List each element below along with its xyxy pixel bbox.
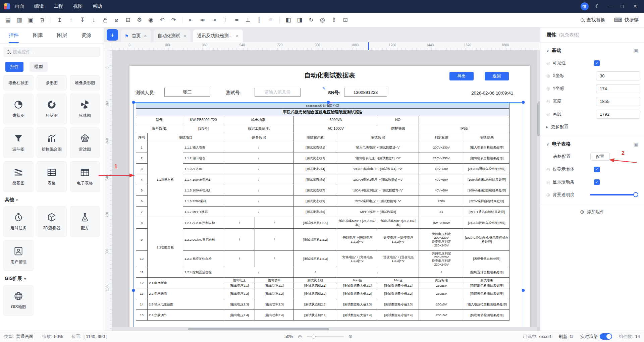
move-up-icon[interactable]: ↑ <box>66 15 75 24</box>
add-page-button[interactable]: + <box>107 29 118 41</box>
undo-icon[interactable]: ↶ <box>158 15 167 24</box>
control-item-radar[interactable]: 雷达图 <box>70 127 100 158</box>
horizontal-scrollbar[interactable] <box>112 327 537 331</box>
menu-item[interactable]: 帮助 <box>93 3 102 9</box>
left-tab-控件[interactable]: 控件 <box>9 27 19 43</box>
export-icon[interactable]: ⊡ <box>341 15 350 24</box>
screenshot-icon[interactable]: ◉ <box>146 15 155 24</box>
control-item-bar[interactable]: 条形图 <box>37 75 67 91</box>
control-item-recipe[interactable]: A配方 <box>70 206 100 237</box>
control-item-stacked-bar[interactable]: 堆叠柱状图 <box>3 75 34 91</box>
copy-section-icon[interactable]: ▣ <box>634 48 638 53</box>
control-item-cube[interactable]: 3D查看器 <box>37 206 67 237</box>
theme-toggle-icon[interactable]: ☾ <box>595 3 600 9</box>
close-tab-icon[interactable]: ✕ <box>183 34 186 38</box>
more-config-row[interactable]: ▸ 更多配置 <box>540 120 644 133</box>
vertical-scrollbar[interactable] <box>537 50 540 327</box>
align-top-icon[interactable]: ⊤ <box>221 15 230 24</box>
menu-item[interactable]: 工程 <box>54 3 63 9</box>
selection-handle[interactable] <box>327 101 330 104</box>
zoom-in-icon[interactable]: ⊕ <box>348 334 353 340</box>
control-item-gis[interactable]: GIS地图 <box>3 285 34 316</box>
menu-item[interactable]: 编辑 <box>34 3 44 9</box>
align-middle-icon[interactable]: ≍ <box>232 15 241 24</box>
binding-dot-icon[interactable]: ◎ <box>546 99 550 104</box>
control-item-rose[interactable]: 玫瑰图 <box>70 94 100 124</box>
sync-icon[interactable]: ↻ <box>307 15 316 24</box>
minimize-button[interactable]: — <box>606 4 612 9</box>
left-tab-图库[interactable]: 图库 <box>33 27 43 43</box>
control-item-barline[interactable]: 折柱混合图 <box>37 127 67 158</box>
control-item-donut[interactable]: 环状图 <box>37 94 67 124</box>
x-input[interactable] <box>596 71 640 80</box>
canvas-viewport[interactable]: 自动化测试数据表 导出 返回 测试人员: 张三 测试号: 请输入第几份 ✎ SN… <box>112 50 540 331</box>
export-button[interactable]: 导出 <box>449 72 474 80</box>
record-icon[interactable]: ◎ <box>318 15 327 24</box>
back-button[interactable]: 返回 <box>485 72 509 80</box>
binding-dot-icon[interactable]: ◎ <box>546 86 550 91</box>
opacity-slider[interactable] <box>590 194 638 195</box>
settings-icon[interactable]: ⚙ <box>135 15 144 24</box>
control-item-spreadsheet[interactable]: 电子表格 <box>70 161 100 192</box>
control-item-timer[interactable]: 定时任务 <box>3 206 34 237</box>
selection-handle[interactable] <box>522 289 525 292</box>
control-item-user[interactable]: 用户管理 <box>3 240 34 271</box>
selection-handle[interactable] <box>132 289 135 292</box>
align-center-h-icon[interactable]: ⇹ <box>198 15 207 24</box>
testno-input[interactable]: 请输入第几份 <box>255 88 301 97</box>
height-input[interactable] <box>596 110 640 119</box>
doc-tab-自动化测试[interactable]: 自动化测试✕ <box>154 30 191 42</box>
table-config-button[interactable]: 配置 <box>590 153 610 161</box>
align-bottom-icon[interactable]: ⊥ <box>244 15 253 24</box>
spreadsheet-section-header[interactable]: ∨ 电子表格 ▣ <box>540 138 644 150</box>
user-badge[interactable]: 微 <box>581 2 589 10</box>
bring-to-front-icon[interactable]: ↥ <box>55 15 64 24</box>
design-page[interactable]: 自动化测试数据表 导出 返回 测试人员: 张三 测试号: 请输入第几份 ✎ SN… <box>129 66 530 331</box>
basic-section-header[interactable]: ∨ 基础 ▣ <box>540 45 644 57</box>
paste-icon[interactable]: ▥ <box>15 15 24 24</box>
realtime-render-toggle[interactable] <box>600 333 612 340</box>
align-right-icon[interactable]: ⇥ <box>209 15 218 24</box>
scrollbar-thumb[interactable] <box>188 328 329 330</box>
control-item-stacked-hbar[interactable]: 堆叠条形图 <box>70 75 100 91</box>
y-input[interactable] <box>596 84 640 93</box>
refresh-button[interactable]: 刷新↻ <box>558 334 574 340</box>
panel-scrollbar[interactable] <box>538 101 540 135</box>
find-replace-button[interactable]: 查找替换 <box>581 17 605 23</box>
distribute-h-icon[interactable]: ∥ <box>255 15 264 24</box>
maximize-button[interactable]: □ <box>619 4 625 9</box>
shortcuts-button[interactable]: ⌨ 快捷键 <box>614 16 639 23</box>
binding-dot-icon[interactable]: ◎ <box>546 112 550 116</box>
doc-tab-首页[interactable]: ⚑首页✕ <box>121 30 151 42</box>
delete-icon[interactable] <box>38 15 47 24</box>
spreadsheet-table[interactable]: xxxxxxxx科技有限公司串联式微光储能台区低电压治理装置测试报告型号:KW-… <box>136 103 509 321</box>
distribute-v-icon[interactable]: ≡ <box>266 15 275 24</box>
group-icon[interactable]: ⊟ <box>123 15 132 24</box>
new-file-icon[interactable]: ▤ <box>3 15 12 24</box>
lock-icon[interactable] <box>101 15 110 24</box>
zoom-slider-knob[interactable] <box>312 335 316 339</box>
width-input[interactable] <box>596 97 640 106</box>
copy-icon[interactable]: ▣ <box>26 15 35 24</box>
selection-handle[interactable] <box>132 101 135 104</box>
mode-button-模型[interactable]: 模型 <box>30 62 48 72</box>
move-down-icon[interactable]: ↓ <box>89 15 98 24</box>
mode-button-控件[interactable]: 控件 <box>5 62 23 72</box>
upload-icon[interactable]: ⇪ <box>329 15 338 24</box>
doc-tab-通讯及功能检测...[interactable]: 通讯及功能检测...✕ <box>193 30 243 42</box>
zoom-slider[interactable] <box>307 336 344 337</box>
spreadsheet-container[interactable]: xxxxxxxx科技有限公司串联式微光储能台区低电压治理装置测试报告型号:KW-… <box>136 103 509 321</box>
close-tab-icon[interactable]: ✕ <box>235 34 238 38</box>
menu-item[interactable]: 画面 <box>15 3 24 9</box>
control-item-sankey[interactable]: 桑基图 <box>3 161 34 192</box>
panel-right-icon[interactable]: ◨ <box>295 15 304 24</box>
add-component-button[interactable]: ⊕ 添加组件 <box>540 204 644 220</box>
align-left-icon[interactable]: ⇤ <box>186 15 196 24</box>
close-tab-icon[interactable]: ✕ <box>144 34 147 38</box>
control-item-pie[interactable]: 饼状图 <box>3 94 34 124</box>
slider-knob[interactable] <box>633 192 638 197</box>
control-item-funnel[interactable]: 漏斗图 <box>3 127 34 158</box>
menu-item[interactable]: 视图 <box>73 3 83 9</box>
binding-dot-icon[interactable]: ◎ <box>546 167 550 172</box>
control-item-table[interactable]: 表格 <box>37 161 67 192</box>
